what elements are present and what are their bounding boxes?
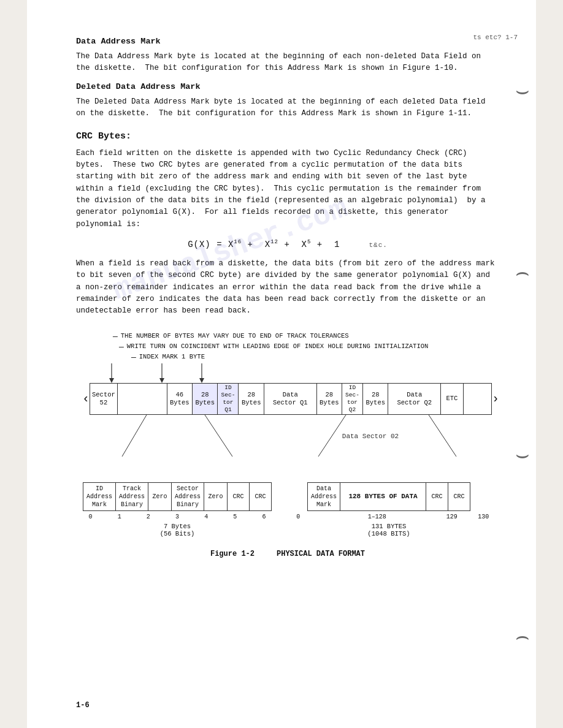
- track-28bytes-1: 28Bytes: [192, 384, 217, 414]
- section-body-1: The Data Address Mark byte is located at…: [76, 51, 499, 75]
- expand-data-address-mark: DataAddressMark: [307, 482, 340, 511]
- track-left-arrow: ‹: [82, 392, 90, 406]
- expand-right: DataAddressMark 128 BYTES OF DATA CRC CR…: [278, 482, 499, 537]
- svg-line-9: [429, 415, 456, 457]
- track-gap2: [463, 384, 491, 414]
- expand-area: IDAddressMark TrackAddressBinary Zero Se…: [76, 482, 499, 537]
- track-gap1: [117, 384, 167, 414]
- track-id-q1: IDSec-torQ1: [217, 384, 238, 414]
- figure-title: PHYSICAL DATA FORMAT: [277, 550, 365, 558]
- crc-body2: When a field is read back from a diskett…: [76, 258, 499, 317]
- svg-marker-1: [109, 378, 114, 383]
- track-datasector-q1: DataSector Q1: [264, 384, 316, 414]
- track-right-arrow: ›: [492, 392, 499, 406]
- expand-data-num-130: 130: [468, 514, 499, 520]
- track-etc: ETC: [440, 384, 463, 414]
- expand-left-boxes: IDAddressMark TrackAddressBinary Zero Se…: [83, 482, 272, 511]
- track-sector: Sector52: [90, 384, 117, 414]
- expand-data-num-0: 0: [278, 514, 318, 520]
- section-data-address-mark: Data Address Mark The Data Address Mark …: [76, 37, 499, 75]
- expand-data-crc-1: CRC: [426, 482, 448, 511]
- expand-zero-1: Zero: [148, 482, 172, 511]
- expand-zero-2: Zero: [204, 482, 228, 511]
- expand-left: IDAddressMark TrackAddressBinary Zero Se…: [76, 482, 278, 537]
- crc-formula: G(X) = X16 + X12 + X5 + 1 t&c.: [76, 239, 499, 249]
- track-id-q2: IDSec-torQ2: [342, 384, 362, 414]
- expand-data-num-129: 129: [436, 514, 467, 520]
- crc-body1: Each field written on the diskette is ap…: [76, 148, 499, 231]
- diagram-note-3: INDEX MARK 1 BYTE: [139, 353, 205, 360]
- diagram-note-1: THE NUMBER OF BYTES MAY VARY DUE TO END …: [121, 332, 349, 339]
- section-deleted-data-address-mark: Deleted Data Address Mark The Deleted Da…: [76, 82, 499, 120]
- expand-crc-1: CRC: [228, 482, 250, 511]
- expand-sector-address: SectorAddressBinary: [172, 482, 204, 511]
- track-28bytes-2: 28Bytes: [238, 384, 263, 414]
- expand-num-0: 0: [76, 514, 105, 520]
- expand-num-3: 3: [163, 514, 191, 520]
- expand-data-num-1: 1–128: [318, 514, 436, 520]
- expand-left-label: 7 Bytes(56 Bits): [160, 523, 195, 537]
- section-body-2: The Deleted Data Address Mark byte is lo…: [76, 96, 499, 120]
- track-28bytes-3: 28Bytes: [316, 384, 342, 414]
- expand-right-boxes: DataAddressMark 128 BYTES OF DATA CRC CR…: [307, 482, 470, 511]
- crc-heading: CRC Bytes:: [76, 131, 499, 142]
- expand-data-bytes: 128 BYTES OF DATA: [340, 482, 426, 511]
- expand-num-1: 1: [105, 514, 134, 520]
- svg-marker-3: [159, 378, 164, 383]
- expand-right-label: 131 BYTES(1048 BITS): [367, 523, 410, 537]
- figure-label: Figure 1-2: [210, 550, 255, 558]
- expand-crc-2: CRC: [250, 482, 272, 511]
- expand-id-address-mark: IDAddressMark: [83, 482, 116, 511]
- svg-marker-5: [199, 378, 204, 383]
- svg-line-7: [205, 415, 232, 457]
- expand-track-address: TrackAddressBinary: [116, 482, 148, 511]
- expand-num-2: 2: [134, 514, 163, 520]
- page-number: 1-6: [76, 701, 90, 710]
- track-46bytes: 46Bytes: [167, 384, 192, 414]
- section-heading-2: Deleted Data Address Mark: [76, 82, 499, 91]
- diagram-area: — THE NUMBER OF BYTES MAY VARY DUE TO EN…: [76, 332, 499, 558]
- expand-data-crc-2: CRC: [448, 482, 470, 511]
- diagram-note-2: WRITE TURN ON COINCIDENT WITH LEADING ED…: [127, 343, 428, 350]
- section-heading-1: Data Address Mark: [76, 37, 499, 46]
- track-datasector-q2: DataSector Q2: [388, 384, 440, 414]
- svg-line-6: [122, 415, 147, 457]
- track-28bytes-4: 28Bytes: [362, 384, 388, 414]
- section-crc: CRC Bytes: Each field written on the dis…: [76, 131, 499, 317]
- expand-num-6: 6: [250, 514, 278, 520]
- top-right-note: ts etc? 1-7: [473, 34, 518, 41]
- figure-caption: Figure 1-2 PHYSICAL DATA FORMAT: [76, 550, 499, 558]
- expand-num-4: 4: [192, 514, 221, 520]
- expand-num-5: 5: [221, 514, 250, 520]
- svg-text:Data Sector 02: Data Sector 02: [342, 433, 399, 440]
